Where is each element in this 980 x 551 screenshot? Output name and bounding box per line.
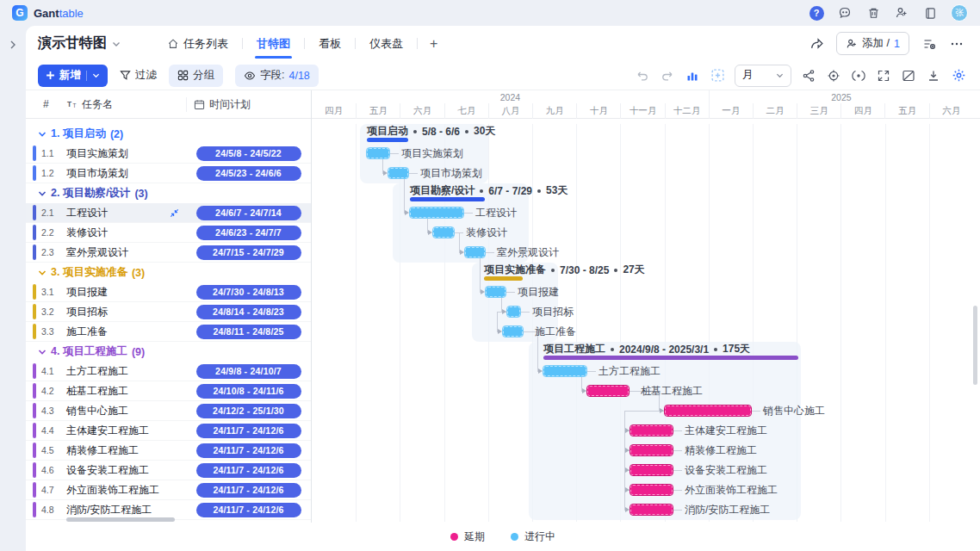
- trash-icon[interactable]: [865, 5, 881, 21]
- date-range-pill[interactable]: 24/7/30 - 24/8/13: [196, 285, 301, 300]
- view-config-icon[interactable]: [921, 36, 937, 52]
- table-row[interactable]: 4.2桩基工程施工24/10/8 - 24/11/6: [26, 381, 311, 401]
- download-icon[interactable]: [926, 68, 941, 84]
- share-icon[interactable]: [801, 68, 816, 84]
- gantt-vertical-scrollbar[interactable]: [973, 306, 977, 385]
- table-row[interactable]: 1.1项目实施策划24/5/8 - 24/5/22: [26, 144, 311, 164]
- table-row[interactable]: 4.4主体建安工程施工24/11/7 - 24/12/6: [26, 421, 311, 441]
- column-time-plan[interactable]: 时间计划: [186, 97, 311, 112]
- tab-dashboard[interactable]: 仪表盘: [356, 27, 417, 61]
- undo-icon[interactable]: [635, 68, 650, 84]
- fullscreen-icon[interactable]: [876, 68, 891, 84]
- group-row[interactable]: 2. 项目勘察/设计(3): [26, 183, 311, 203]
- date-range-pill[interactable]: 24/7/15 - 24/7/29: [196, 245, 301, 260]
- date-range-pill[interactable]: 24/11/7 - 24/12/6: [196, 483, 301, 498]
- group-row[interactable]: 1. 项目启动(2): [26, 124, 311, 144]
- gantt-bar[interactable]: [587, 386, 629, 396]
- date-range-pill[interactable]: 24/8/14 - 24/8/23: [196, 305, 301, 319]
- chevron-down-icon[interactable]: [38, 130, 47, 139]
- date-range-pill[interactable]: 24/11/7 - 24/12/6: [196, 443, 301, 458]
- gantt-bar[interactable]: [507, 306, 520, 317]
- date-range-pill[interactable]: 24/11/7 - 24/12/6: [196, 463, 301, 478]
- chevron-down-icon[interactable]: [38, 348, 47, 356]
- invite-member-button[interactable]: 添加 /1: [836, 32, 909, 55]
- feedback-icon[interactable]: [837, 5, 853, 21]
- tab-task-list[interactable]: 任务列表: [153, 27, 242, 61]
- date-range-pill[interactable]: 24/10/8 - 24/11/6: [196, 384, 301, 399]
- date-range-pill[interactable]: 24/8/11 - 24/8/25: [196, 325, 301, 339]
- table-row[interactable]: 2.3室外景观设计24/7/15 - 24/7/29: [26, 243, 311, 263]
- add-view-button[interactable]: +: [418, 36, 450, 52]
- date-range-pill[interactable]: 24/5/8 - 24/5/22: [196, 146, 301, 161]
- handbook-icon[interactable]: [922, 5, 938, 21]
- more-icon[interactable]: [949, 36, 964, 52]
- tab-gantt[interactable]: 甘特图: [243, 27, 304, 61]
- table-row[interactable]: 4.7外立面装饰工程施工24/11/7 - 24/12/6: [26, 480, 311, 500]
- tab-kanban[interactable]: 看板: [305, 27, 355, 61]
- table-row[interactable]: 3.2项目招标24/8/14 - 24/8/23: [26, 302, 311, 322]
- app-logo[interactable]: G Ganttable: [12, 5, 84, 21]
- table-horizontal-scrollbar[interactable]: [66, 517, 175, 522]
- table-row[interactable]: 4.3销售中心施工24/12/2 - 25/1/30: [26, 401, 311, 421]
- gantt-bar[interactable]: [630, 505, 673, 515]
- screenshot-off-icon[interactable]: [901, 68, 916, 84]
- filter-button[interactable]: 过滤: [120, 68, 157, 83]
- date-range-pill[interactable]: 24/6/7 - 24/7/14: [196, 206, 301, 220]
- auto-layout-icon[interactable]: [710, 68, 725, 84]
- date-range-pill[interactable]: 24/12/2 - 25/1/30: [196, 404, 301, 418]
- date-range-pill[interactable]: 24/5/23 - 24/6/6: [196, 166, 301, 181]
- date-range-pill[interactable]: 24/6/23 - 24/7/7: [196, 226, 301, 240]
- gantt-summary-bar[interactable]: [410, 197, 485, 201]
- help-icon[interactable]: ?: [809, 5, 824, 21]
- group-button[interactable]: 分组: [169, 65, 223, 87]
- table-row[interactable]: 3.3施工准备24/8/11 - 24/8/25: [26, 322, 311, 342]
- gantt-bar[interactable]: [465, 247, 485, 257]
- table-row[interactable]: 4.5精装修工程施工24/11/7 - 24/12/6: [26, 441, 311, 461]
- gantt-bar[interactable]: [630, 425, 673, 436]
- chevron-down-icon[interactable]: [38, 189, 47, 198]
- gantt-bar[interactable]: [486, 287, 506, 297]
- fields-button[interactable]: 字段: 4/18: [235, 65, 319, 87]
- document-title[interactable]: 演示甘特图: [38, 34, 121, 53]
- gantt-summary-bar[interactable]: [484, 276, 523, 281]
- table-row[interactable]: 1.2项目市场策划24/5/23 - 24/6/6: [26, 164, 311, 183]
- group-row[interactable]: 4. 项目工程施工(9): [26, 342, 311, 362]
- date-range-pill[interactable]: 24/11/7 - 24/12/6: [196, 503, 301, 517]
- gantt-bar[interactable]: [388, 168, 408, 178]
- gantt-summary-bar[interactable]: [543, 356, 798, 360]
- date-range-pill[interactable]: 24/9/8 - 24/10/7: [196, 364, 301, 379]
- table-row[interactable]: 4.6设备安装工程施工24/11/7 - 24/12/6: [26, 461, 311, 480]
- date-range-pill[interactable]: 24/11/7 - 24/12/6: [196, 424, 301, 438]
- table-row[interactable]: 3.1项目报建24/7/30 - 24/8/13: [26, 282, 311, 302]
- gantt-bar[interactable]: [503, 326, 523, 337]
- redo-icon[interactable]: [660, 68, 675, 84]
- gantt-bar[interactable]: [367, 148, 389, 158]
- settings-icon[interactable]: [951, 68, 966, 84]
- share-view-icon[interactable]: [809, 36, 824, 52]
- gantt-bar[interactable]: [410, 207, 463, 218]
- focus-icon[interactable]: [851, 68, 866, 84]
- fit-to-view-icon[interactable]: [170, 208, 179, 218]
- gantt-bar[interactable]: [433, 227, 454, 238]
- gantt-bar[interactable]: [630, 445, 673, 455]
- expand-sidebar-icon[interactable]: [6, 38, 20, 52]
- locate-today-icon[interactable]: [826, 68, 841, 84]
- avatar[interactable]: 张: [951, 4, 968, 22]
- gantt-bar[interactable]: [665, 406, 751, 416]
- zoom-level-select[interactable]: 月: [735, 65, 791, 87]
- gantt-summary-bar[interactable]: [367, 138, 408, 142]
- table-row[interactable]: 4.1土方工程施工24/9/8 - 24/10/7: [26, 362, 311, 381]
- table-row[interactable]: 2.1工程设计24/6/7 - 24/7/14: [26, 203, 311, 223]
- new-task-button[interactable]: 新增: [38, 65, 108, 87]
- gantt-bar[interactable]: [543, 366, 586, 376]
- gantt-canvas[interactable]: 项目启动5/8 - 6/630天项目实施策划项目市场策划项目勘察/设计6/7 -…: [312, 124, 973, 522]
- chevron-down-icon[interactable]: [38, 269, 47, 277]
- table-row[interactable]: 2.2装修设计24/6/23 - 24/7/7: [26, 223, 311, 243]
- baseline-chart-icon[interactable]: [685, 68, 700, 84]
- gantt-bar[interactable]: [630, 465, 673, 475]
- group-row[interactable]: 3. 项目实施准备(3): [26, 263, 311, 282]
- gantt-bar[interactable]: [630, 485, 673, 495]
- column-index[interactable]: #: [26, 98, 62, 110]
- column-task-name[interactable]: TT 任务名: [62, 97, 186, 112]
- invite-user-icon[interactable]: [894, 5, 909, 21]
